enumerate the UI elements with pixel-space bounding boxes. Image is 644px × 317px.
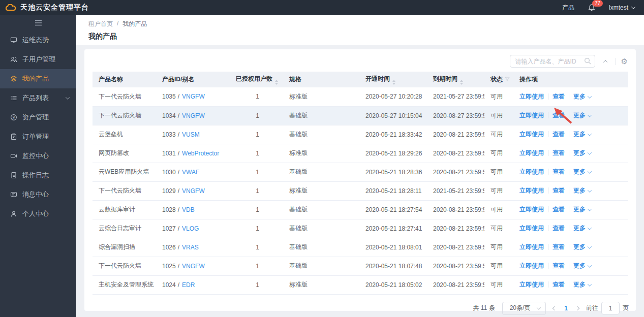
search-icon[interactable] bbox=[584, 57, 591, 65]
col-actions: 操作项 bbox=[513, 72, 628, 87]
prev-page-button[interactable] bbox=[553, 307, 556, 310]
goto-page-input[interactable] bbox=[601, 302, 620, 314]
status: 可用 bbox=[484, 125, 513, 144]
more-link[interactable]: 更多 bbox=[573, 168, 591, 175]
use-now-link[interactable]: 立即使用 bbox=[519, 206, 544, 213]
product-id-cell: 1027/VLOG bbox=[156, 219, 230, 238]
view-link[interactable]: 查看 bbox=[553, 206, 565, 213]
product-name: 云综合日志审计 bbox=[93, 219, 156, 238]
col-open-time[interactable]: 开通时间 bbox=[359, 72, 427, 87]
current-page[interactable]: 1 bbox=[563, 305, 569, 312]
sidebar-item-order-management[interactable]: 订单管理 bbox=[0, 127, 76, 146]
status: 可用 bbox=[484, 219, 513, 238]
product-id-cell: 1025/VNGFW bbox=[156, 257, 230, 275]
next-page-button[interactable] bbox=[576, 307, 579, 310]
user-menu[interactable]: lxmtest bbox=[609, 4, 635, 11]
product-alias-link[interactable]: VNGFW bbox=[182, 93, 205, 100]
hamburger-icon bbox=[35, 20, 42, 26]
use-now-link[interactable]: 立即使用 bbox=[519, 262, 544, 269]
product-alias-link[interactable]: VNGFW bbox=[182, 263, 205, 270]
sidebar-item-monitor-center[interactable]: 监控中心 bbox=[0, 146, 76, 166]
product-alias-link[interactable]: VLOG bbox=[182, 225, 199, 232]
view-link[interactable]: 查看 bbox=[553, 187, 565, 194]
sidebar-item-personal-center[interactable]: 个人中心 bbox=[0, 204, 76, 224]
product-id-cell: 1028/VDB bbox=[156, 200, 230, 219]
table-header-row: 产品名称 产品ID/别名 已授权用户数 规格 开通时间 到期时间 状态 操作项 bbox=[93, 72, 628, 87]
col-expire-time[interactable]: 到期时间 bbox=[427, 72, 484, 87]
product-alias-link[interactable]: WebProtector bbox=[182, 150, 219, 157]
view-link[interactable]: 查看 bbox=[553, 262, 565, 269]
filter-icon[interactable] bbox=[505, 77, 510, 82]
product-alias-link[interactable]: VDB bbox=[182, 206, 195, 213]
spec: 基础版 bbox=[283, 238, 359, 257]
page-size-select[interactable]: 20条/页 bbox=[502, 302, 546, 315]
search-input[interactable] bbox=[510, 55, 595, 68]
actions-cell: 立即使用查看更多 bbox=[513, 125, 628, 144]
sidebar-item-my-products[interactable]: 我的产品 bbox=[0, 69, 76, 88]
sidebar-item-message-center[interactable]: 消息中心 bbox=[0, 185, 76, 204]
view-link[interactable]: 查看 bbox=[553, 131, 565, 138]
more-link[interactable]: 更多 bbox=[573, 225, 591, 232]
gear-icon[interactable]: ⚙ bbox=[621, 57, 628, 65]
use-now-link[interactable]: 立即使用 bbox=[519, 168, 544, 175]
more-link[interactable]: 更多 bbox=[573, 281, 591, 288]
col-authorized-users[interactable]: 已授权用户数 bbox=[230, 72, 283, 87]
product-alias-link[interactable]: VUSM bbox=[182, 131, 200, 138]
col-status[interactable]: 状态 bbox=[484, 72, 513, 87]
more-link[interactable]: 更多 bbox=[573, 262, 591, 269]
more-link[interactable]: 更多 bbox=[573, 93, 591, 100]
sidebar-item-operation-log[interactable]: 操作日志 bbox=[0, 166, 76, 185]
breadcrumb-home[interactable]: 租户首页 bbox=[88, 20, 113, 28]
product-alias-link[interactable]: VNGFW bbox=[182, 112, 205, 119]
product-alias-link[interactable]: EDR bbox=[182, 281, 195, 289]
more-link[interactable]: 更多 bbox=[573, 149, 591, 156]
expire-time: 2020-08-21 23:59:59 bbox=[427, 238, 484, 257]
spec: 基础版 bbox=[283, 257, 359, 275]
product-alias-link[interactable]: VWAF bbox=[182, 169, 199, 176]
status: 可用 bbox=[484, 200, 513, 219]
view-link[interactable]: 查看 bbox=[553, 243, 565, 250]
view-link[interactable]: 查看 bbox=[553, 93, 565, 100]
sort-icon[interactable] bbox=[460, 80, 463, 85]
use-now-link[interactable]: 立即使用 bbox=[519, 112, 544, 119]
more-link[interactable]: 更多 bbox=[573, 112, 591, 119]
use-now-link[interactable]: 立即使用 bbox=[519, 131, 544, 138]
use-now-link[interactable]: 立即使用 bbox=[519, 243, 544, 250]
more-link[interactable]: 更多 bbox=[573, 206, 591, 213]
use-now-link[interactable]: 立即使用 bbox=[519, 149, 544, 156]
sidebar-item-ops-situation[interactable]: 运维态势 bbox=[0, 30, 76, 50]
actions-cell: 立即使用查看更多 bbox=[513, 106, 628, 125]
sort-icon[interactable] bbox=[275, 80, 278, 85]
use-now-link[interactable]: 立即使用 bbox=[519, 187, 544, 194]
product-id-cell: 1031/WebProtector bbox=[156, 144, 230, 163]
use-now-link[interactable]: 立即使用 bbox=[519, 281, 544, 288]
view-link[interactable]: 查看 bbox=[553, 281, 565, 288]
sidebar-item-subuser-management[interactable]: 子用户管理 bbox=[0, 50, 76, 69]
spec: 基础版 bbox=[283, 219, 359, 238]
chevron-down-icon bbox=[537, 305, 541, 309]
more-link[interactable]: 更多 bbox=[573, 243, 591, 250]
view-link[interactable]: 查看 bbox=[553, 225, 565, 232]
more-link[interactable]: 更多 bbox=[573, 187, 591, 194]
use-now-link[interactable]: 立即使用 bbox=[519, 225, 544, 232]
notification-bell[interactable]: 77 bbox=[588, 4, 596, 12]
product-id-cell: 1026/VRAS bbox=[156, 238, 230, 257]
collapse-search-button[interactable] bbox=[600, 56, 610, 67]
product-alias-link[interactable]: VRAS bbox=[182, 244, 199, 251]
person-icon bbox=[10, 210, 17, 217]
view-link[interactable]: 查看 bbox=[553, 149, 565, 156]
more-link[interactable]: 更多 bbox=[573, 131, 591, 138]
spec: 标准版 bbox=[283, 181, 359, 200]
view-link[interactable]: 查看 bbox=[553, 112, 565, 119]
sidebar-item-product-list[interactable]: 产品列表 bbox=[0, 88, 76, 108]
product-name: 综合漏洞扫描 bbox=[93, 238, 156, 257]
view-link[interactable]: 查看 bbox=[553, 168, 565, 175]
sort-icon[interactable] bbox=[392, 80, 395, 85]
actions-cell: 立即使用查看更多 bbox=[513, 181, 628, 200]
product-name: 云数据库审计 bbox=[93, 200, 156, 219]
nav-products[interactable]: 产品 bbox=[562, 4, 574, 12]
sidebar-collapse-button[interactable] bbox=[0, 15, 76, 30]
sidebar-item-asset-management[interactable]: ¥ 资产管理 bbox=[0, 108, 76, 127]
use-now-link[interactable]: 立即使用 bbox=[519, 93, 544, 100]
product-alias-link[interactable]: VNGFW bbox=[182, 187, 205, 195]
